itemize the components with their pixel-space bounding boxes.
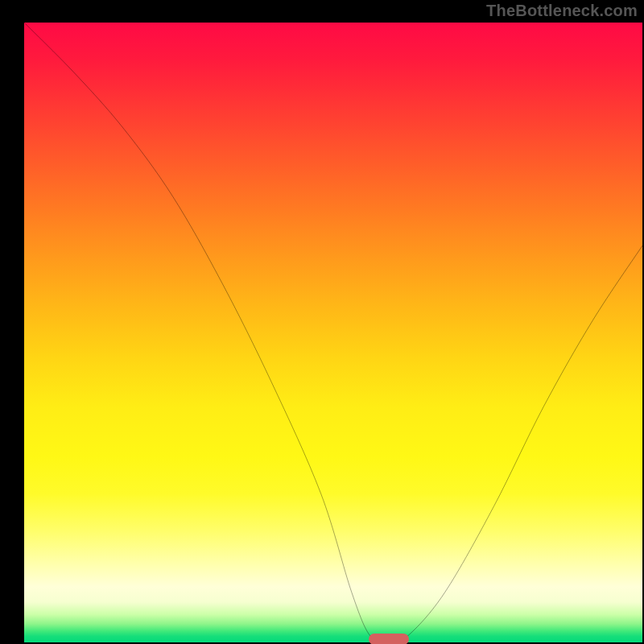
chart-container: TheBottleneck.com	[0, 0, 644, 644]
optimal-marker	[369, 634, 409, 644]
bottleneck-curve	[24, 23, 642, 642]
plot-area	[24, 23, 642, 642]
watermark-text: TheBottleneck.com	[486, 2, 638, 20]
